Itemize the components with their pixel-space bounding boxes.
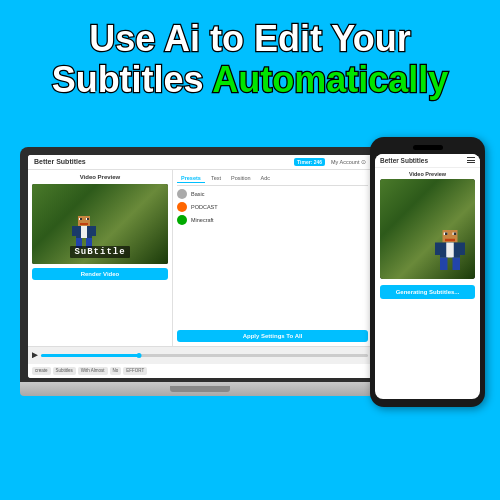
phone-menu-line-3 bbox=[467, 162, 475, 163]
preset-list: Basic PODCAST Minecraft bbox=[177, 189, 368, 327]
preset-icon-basic bbox=[177, 189, 187, 199]
preset-icon-minecraft bbox=[177, 215, 187, 225]
progress-fill bbox=[41, 354, 139, 357]
svg-rect-19 bbox=[446, 242, 454, 257]
header-right: Timer: 246 My Account ⊙ bbox=[294, 158, 366, 166]
apply-settings-button[interactable]: Apply Settings To All bbox=[177, 330, 368, 342]
phone-app-header: Better Subtitles bbox=[375, 154, 480, 168]
svg-rect-8 bbox=[72, 226, 76, 236]
tag-create[interactable]: create bbox=[32, 367, 51, 375]
phone-video-label: Video Preview bbox=[375, 168, 480, 179]
render-video-button[interactable]: Render Video bbox=[32, 268, 168, 280]
progress-dot bbox=[137, 353, 142, 358]
tag-effort[interactable]: EFFORT bbox=[123, 367, 147, 375]
hero-line1: Use Ai to Edit Your bbox=[52, 18, 449, 59]
svg-rect-7 bbox=[81, 226, 87, 238]
tabs-row: Presets Text Position Adc bbox=[177, 174, 368, 186]
hero-title: Use Ai to Edit Your Subtitles Automatica… bbox=[42, 18, 459, 101]
tag-subtitles[interactable]: Subtitles bbox=[53, 367, 76, 375]
svg-rect-3 bbox=[80, 218, 82, 220]
phone-screen: Better Subtitles Video Preview bbox=[375, 154, 480, 399]
play-icon[interactable] bbox=[32, 352, 38, 358]
preset-item-basic[interactable]: Basic bbox=[177, 189, 368, 199]
phone-minecraft-character bbox=[435, 226, 465, 274]
app-header: Better Subtitles Timer: 246 My Account ⊙ bbox=[28, 155, 372, 170]
video-preview: SuBtitle bbox=[32, 184, 168, 264]
tab-presets[interactable]: Presets bbox=[177, 174, 205, 183]
preset-item-podcast[interactable]: PODCAST bbox=[177, 202, 368, 212]
phone-generate-button[interactable]: Generating Subtitles... bbox=[380, 285, 475, 299]
devices-container: Better Subtitles Timer: 246 My Account ⊙… bbox=[10, 117, 490, 407]
hero-line2-green: Automatically bbox=[212, 59, 448, 100]
svg-rect-21 bbox=[460, 242, 465, 255]
laptop-notch bbox=[170, 386, 230, 392]
preset-item-minecraft[interactable]: Minecraft bbox=[177, 215, 368, 225]
preset-name-minecraft: Minecraft bbox=[191, 217, 214, 223]
phone-menu-line-1 bbox=[467, 157, 475, 158]
app-logo: Better Subtitles bbox=[34, 158, 86, 165]
timeline-bar bbox=[28, 346, 372, 364]
tag-no[interactable]: No bbox=[110, 367, 122, 375]
progress-track[interactable] bbox=[41, 354, 368, 357]
minecraft-character bbox=[72, 216, 96, 248]
app-body: Video Preview bbox=[28, 170, 372, 346]
laptop-screen-inner: Better Subtitles Timer: 246 My Account ⊙… bbox=[28, 155, 372, 378]
timer-badge: Timer: 246 bbox=[294, 158, 325, 166]
preset-name-podcast: PODCAST bbox=[191, 204, 218, 210]
laptop-base bbox=[20, 382, 380, 396]
phone-menu-icon[interactable] bbox=[467, 157, 475, 163]
timeline-tags: create Subtitles With Almost No EFFORT bbox=[28, 364, 372, 378]
preset-icon-podcast bbox=[177, 202, 187, 212]
phone-app-logo: Better Subtitles bbox=[380, 157, 428, 164]
phone-notch bbox=[413, 145, 443, 150]
my-account: My Account ⊙ bbox=[331, 159, 366, 165]
svg-rect-17 bbox=[445, 239, 455, 242]
preset-name-basic: Basic bbox=[191, 191, 204, 197]
svg-rect-15 bbox=[445, 232, 448, 235]
tab-text[interactable]: Text bbox=[207, 174, 225, 183]
svg-rect-23 bbox=[453, 257, 461, 270]
phone-menu-line-2 bbox=[467, 160, 475, 161]
settings-panel: Presets Text Position Adc Basic bbox=[173, 170, 372, 346]
svg-rect-4 bbox=[87, 218, 89, 220]
video-panel: Video Preview bbox=[28, 170, 173, 346]
svg-rect-5 bbox=[80, 223, 88, 225]
phone: Better Subtitles Video Preview bbox=[370, 137, 485, 407]
video-section-label: Video Preview bbox=[32, 174, 168, 180]
svg-rect-22 bbox=[440, 257, 448, 270]
hero-line2-black: Subtitles bbox=[52, 59, 213, 100]
laptop: Better Subtitles Timer: 246 My Account ⊙… bbox=[20, 147, 380, 407]
svg-rect-9 bbox=[92, 226, 96, 236]
subtitle-display-text: SuBtitle bbox=[70, 246, 129, 258]
svg-rect-20 bbox=[435, 242, 440, 255]
svg-rect-16 bbox=[454, 232, 457, 235]
tab-adc[interactable]: Adc bbox=[257, 174, 274, 183]
tab-position[interactable]: Position bbox=[227, 174, 255, 183]
hero-line2: Subtitles Automatically bbox=[52, 59, 449, 100]
tag-with-almost[interactable]: With Almost bbox=[78, 367, 108, 375]
phone-video-preview bbox=[380, 179, 475, 279]
laptop-screen-outer: Better Subtitles Timer: 246 My Account ⊙… bbox=[20, 147, 380, 382]
